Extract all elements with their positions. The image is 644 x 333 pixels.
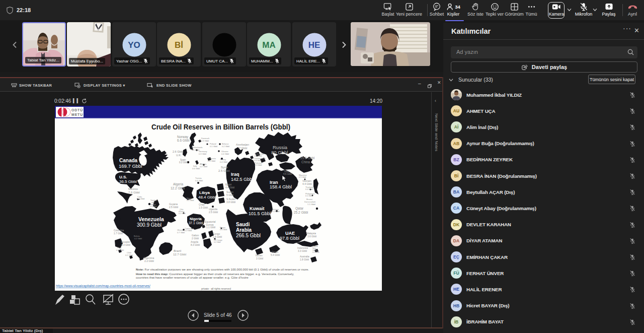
svg-text:4.4 Gbbl: 4.4 Gbbl xyxy=(225,186,234,189)
svg-text:25.6 Gbbl: 25.6 Gbbl xyxy=(300,156,315,160)
svg-text:0.3 Gbbl: 0.3 Gbbl xyxy=(199,153,206,155)
svg-text:How to read this map: Countrie: How to read this map: Countries appear b… xyxy=(136,272,294,276)
svg-text:Venezuela: Venezuela xyxy=(138,216,164,222)
svg-text:https://www.visualcapitalist.c: https://www.visualcapitalist.com/map-cou… xyxy=(56,284,150,288)
svg-text:Indonesia: Indonesia xyxy=(297,247,308,249)
svg-text:2.5 Gbbl: 2.5 Gbbl xyxy=(218,169,230,172)
svg-text:3.6 Gbbl: 3.6 Gbbl xyxy=(307,235,316,238)
svg-text:0.4 Gbbl: 0.4 Gbbl xyxy=(305,188,313,190)
svg-text:0.6 Gbbl: 0.6 Gbbl xyxy=(254,160,262,162)
svg-text:1.5 Gbbl: 1.5 Gbbl xyxy=(199,207,208,209)
svg-text:6.6 Gbbl: 6.6 Gbbl xyxy=(177,139,190,142)
svg-text:0.2 Gbbl: 0.2 Gbbl xyxy=(185,230,192,232)
svg-text:Canada: Canada xyxy=(119,158,138,163)
svg-text:Iraq: Iraq xyxy=(231,172,239,177)
svg-text:7.6 Gbbl: 7.6 Gbbl xyxy=(128,191,140,194)
svg-text:private - all rights reserved: private - all rights reserved xyxy=(201,287,231,290)
svg-text:8.3 Gbbl: 8.3 Gbbl xyxy=(121,244,130,246)
svg-text:Nigeria: Nigeria xyxy=(190,217,202,221)
svg-text:2 Gbbl: 2 Gbbl xyxy=(192,237,199,240)
svg-text:3 Gbbl: 3 Gbbl xyxy=(256,257,263,260)
svg-text:0.2 Gbbl: 0.2 Gbbl xyxy=(222,145,229,148)
svg-text:48.4 Gbbl: 48.4 Gbbl xyxy=(198,195,216,199)
svg-text:Syria: Syria xyxy=(221,166,228,169)
svg-text:36.5 Gbbl: 36.5 Gbbl xyxy=(119,179,137,184)
svg-text:0.6 Gbbl: 0.6 Gbbl xyxy=(220,229,227,231)
svg-text:2.6 Gbbl: 2.6 Gbbl xyxy=(173,150,183,153)
svg-text:Chad: Chad xyxy=(199,204,205,206)
svg-text:0.1 Gbbl: 0.1 Gbbl xyxy=(210,145,217,148)
svg-text:2.2 Gbbl: 2.2 Gbbl xyxy=(144,259,154,262)
svg-text:0.6 Gbbl: 0.6 Gbbl xyxy=(192,167,200,170)
svg-text:Egypt: Egypt xyxy=(225,183,232,186)
svg-text:1.6 Gbbl: 1.6 Gbbl xyxy=(213,236,222,238)
svg-text:97.8 Gbbl: 97.8 Gbbl xyxy=(280,236,299,241)
svg-text:Angola: Angola xyxy=(191,241,198,243)
svg-text:Libya: Libya xyxy=(199,190,210,195)
svg-text:1.7 Gbbl: 1.7 Gbbl xyxy=(114,232,123,235)
svg-text:0.3 Gbbl: 0.3 Gbbl xyxy=(150,206,157,208)
svg-text:0.2 Gbbl: 0.2 Gbbl xyxy=(200,165,207,168)
svg-text:0.6 Gbbl: 0.6 Gbbl xyxy=(255,155,262,157)
svg-text:UAE: UAE xyxy=(285,231,295,236)
svg-text:ODTÜ: ODTÜ xyxy=(71,108,83,112)
svg-text:METU: METU xyxy=(71,113,83,116)
svg-text:8.3 Gbbl: 8.3 Gbbl xyxy=(191,244,200,246)
svg-text:0.3 Gbbl: 0.3 Gbbl xyxy=(201,140,209,142)
svg-text:0.4 Gbbl: 0.4 Gbbl xyxy=(220,161,227,163)
svg-text:0.2 Gbbl: 0.2 Gbbl xyxy=(179,161,188,164)
svg-text:Uganda: Uganda xyxy=(209,208,217,211)
svg-text:0.1 Gbbl: 0.1 Gbbl xyxy=(179,213,186,215)
svg-text:U.K.: U.K. xyxy=(176,154,182,157)
svg-text:158.4 Gbbl: 158.4 Gbbl xyxy=(270,184,292,189)
svg-text:3.8 Gbbl: 3.8 Gbbl xyxy=(226,201,235,204)
svg-text:12.2 Gbbl: 12.2 Gbbl xyxy=(171,186,185,190)
svg-text:Guyana: Guyana xyxy=(169,203,178,206)
svg-text:Malaysia: Malaysia xyxy=(306,232,316,235)
svg-text:142.5 Gbbl: 142.5 Gbbl xyxy=(231,177,253,182)
svg-text:Gabon: Gabon xyxy=(192,234,199,237)
svg-text:Brazil: Brazil xyxy=(174,249,181,252)
svg-text:China: China xyxy=(301,160,310,164)
svg-text:0.1 Gbbl: 0.1 Gbbl xyxy=(192,149,199,151)
svg-text:0.2 Gbbl: 0.2 Gbbl xyxy=(134,237,142,240)
svg-text:37.1 Gbbl: 37.1 Gbbl xyxy=(189,221,203,225)
svg-text:101.5 Gbbl: 101.5 Gbbl xyxy=(249,211,271,216)
svg-text:0.3 Gbbl: 0.3 Gbbl xyxy=(116,249,124,251)
svg-text:Oman: Oman xyxy=(272,251,278,253)
svg-text:0.4 Gbbl: 0.4 Gbbl xyxy=(195,179,203,182)
svg-text:266.5 Gbbl: 266.5 Gbbl xyxy=(236,233,261,238)
svg-text:0.1 Gbbl: 0.1 Gbbl xyxy=(299,176,306,178)
svg-text:Azerbaijan: Azerbaijan xyxy=(236,143,249,146)
svg-text:Colombia: Colombia xyxy=(114,229,124,232)
svg-text:Sudan: Sudan xyxy=(226,191,233,193)
svg-text:169.7 Gbbl: 169.7 Gbbl xyxy=(119,163,142,169)
svg-text:countries that have smaller re: countries that have smaller reserves of … xyxy=(136,276,249,279)
svg-text:0.1 Gbbl: 0.1 Gbbl xyxy=(305,195,313,197)
svg-text:80 Gbbl: 80 Gbbl xyxy=(271,150,288,155)
svg-text:Australia: Australia xyxy=(300,255,309,258)
svg-text:12.7 Gbbl: 12.7 Gbbl xyxy=(173,253,186,256)
svg-text:Kuwait: Kuwait xyxy=(250,206,265,211)
svg-text:Mexico: Mexico xyxy=(128,187,138,190)
svg-text:300.9 Gbbl: 300.9 Gbbl xyxy=(137,222,162,228)
svg-text:25.2 Gbbl: 25.2 Gbbl xyxy=(294,211,308,214)
svg-text:7 Gbbl: 7 Gbbl xyxy=(239,147,247,150)
svg-text:0.3 Gbbl: 0.3 Gbbl xyxy=(255,164,262,166)
svg-text:3.3 Gbbl: 3.3 Gbbl xyxy=(298,250,307,252)
svg-text:2.5 Gbbl: 2.5 Gbbl xyxy=(169,206,178,209)
svg-text:Arabia: Arabia xyxy=(236,227,252,233)
svg-text:4.4 Gbbl: 4.4 Gbbl xyxy=(302,182,312,185)
svg-text:0.7 Gbbl: 0.7 Gbbl xyxy=(177,231,185,234)
svg-text:1.8 Gbbl: 1.8 Gbbl xyxy=(300,258,309,261)
svg-text:0.2 Gbbl: 0.2 Gbbl xyxy=(312,251,319,253)
svg-text:1.1 Gbbl: 1.1 Gbbl xyxy=(307,203,315,206)
svg-text:0.2 Gbbl: 0.2 Gbbl xyxy=(187,199,194,202)
svg-text:1.1 Gbbl: 1.1 Gbbl xyxy=(206,226,215,229)
svg-text:0.2 Gbbl: 0.2 Gbbl xyxy=(214,241,221,243)
svg-text:0.6 Gbbl: 0.6 Gbbl xyxy=(208,160,215,162)
svg-text:4.6 Gbbl: 4.6 Gbbl xyxy=(283,173,292,175)
svg-text:Yemen: Yemen xyxy=(255,254,263,257)
svg-text:Congo: Congo xyxy=(213,233,220,235)
svg-text:0.1 Gbbl: 0.1 Gbbl xyxy=(272,211,280,213)
